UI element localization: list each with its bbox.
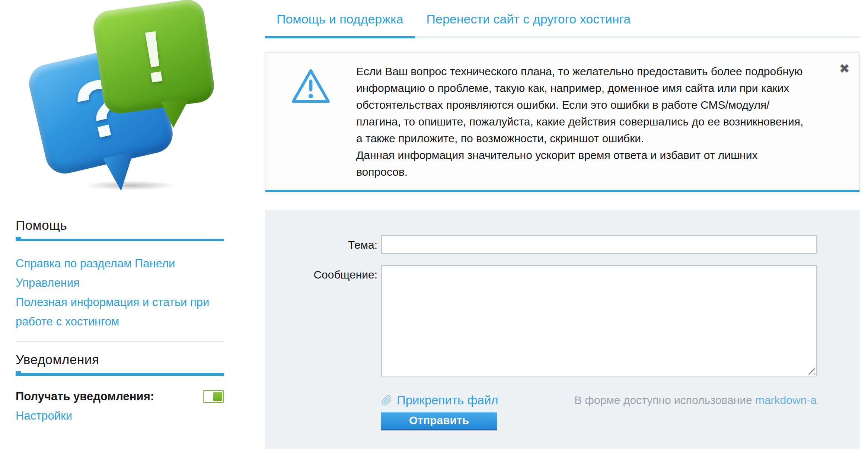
- help-heading-rule: [16, 239, 224, 241]
- warning-triangle-icon: [291, 68, 331, 105]
- tab-transfer-site[interactable]: Перенести сайт с другого хостинга: [415, 0, 642, 38]
- notifications-section-heading: Уведомления: [16, 352, 224, 367]
- markdown-hint: В форме доступно использование markdown-…: [574, 394, 817, 407]
- alert-text: Если Ваш вопрос технического плана, то ж…: [356, 63, 859, 180]
- help-illustration: ? !: [35, 2, 214, 194]
- main-content: Помощь и поддержка Перенести сайт с друг…: [265, 0, 860, 449]
- form-meta-row: Прикрепить файл В форме доступно использ…: [381, 393, 817, 407]
- markdown-hint-text: В форме доступно использование: [574, 394, 755, 406]
- sidebar: Помощь Справка по разделам Панели Управл…: [16, 218, 224, 423]
- subject-label: Тема:: [265, 235, 381, 254]
- message-field-wrap: [381, 265, 817, 376]
- support-form: Тема: Сообщение: Прикрепить файл: [265, 210, 860, 449]
- paperclip-icon: [381, 395, 392, 406]
- message-row: Сообщение:: [265, 265, 817, 376]
- notification-settings-link[interactable]: Настройки: [16, 409, 72, 423]
- toggle-knob: [213, 392, 222, 401]
- illustration-shadow: [84, 181, 177, 190]
- tab-bar: Помощь и поддержка Перенести сайт с друг…: [265, 0, 860, 38]
- alert-paragraph-1: Если Ваш вопрос технического плана, то ж…: [356, 63, 804, 147]
- help-section-heading: Помощь: [16, 218, 224, 233]
- exclamation-glyph: !: [136, 13, 172, 100]
- info-alert: Если Ваш вопрос технического плана, то ж…: [265, 52, 860, 192]
- support-page: ? ! Помощь Справка по разделам Панели Уп…: [0, 0, 868, 455]
- submit-button[interactable]: Отправить: [381, 412, 497, 430]
- attach-file-link[interactable]: Прикрепить файл: [381, 393, 498, 407]
- attach-file-label: Прикрепить файл: [397, 393, 498, 407]
- subject-input[interactable]: [381, 235, 817, 254]
- warning-icon-column: [265, 63, 356, 180]
- subject-field-wrap: [381, 235, 817, 254]
- sidebar-divider: [16, 341, 224, 342]
- alert-paragraph-2: Данная информация значительно ускорит вр…: [356, 147, 804, 180]
- sidebar-link-panel-help[interactable]: Справка по разделам Панели Управления: [16, 254, 224, 293]
- sidebar-link-useful-info[interactable]: Полезная информация и статьи при работе …: [16, 293, 224, 331]
- receive-notifications-label: Получать уведомления:: [16, 390, 154, 403]
- tab-help-and-support[interactable]: Помощь и поддержка: [265, 0, 415, 38]
- markdown-link[interactable]: markdown-a: [755, 394, 817, 406]
- notifications-toggle[interactable]: [203, 390, 224, 403]
- help-links: Справка по разделам Панели Управления По…: [16, 254, 224, 331]
- close-icon[interactable]: ✖: [839, 62, 850, 75]
- message-label: Сообщение:: [265, 265, 381, 376]
- message-textarea[interactable]: [381, 265, 817, 376]
- receive-notifications-row: Получать уведомления:: [16, 390, 224, 403]
- exclamation-bubble-icon: !: [91, 0, 216, 116]
- subject-row: Тема:: [265, 235, 817, 254]
- notifications-heading-rule: [16, 373, 224, 376]
